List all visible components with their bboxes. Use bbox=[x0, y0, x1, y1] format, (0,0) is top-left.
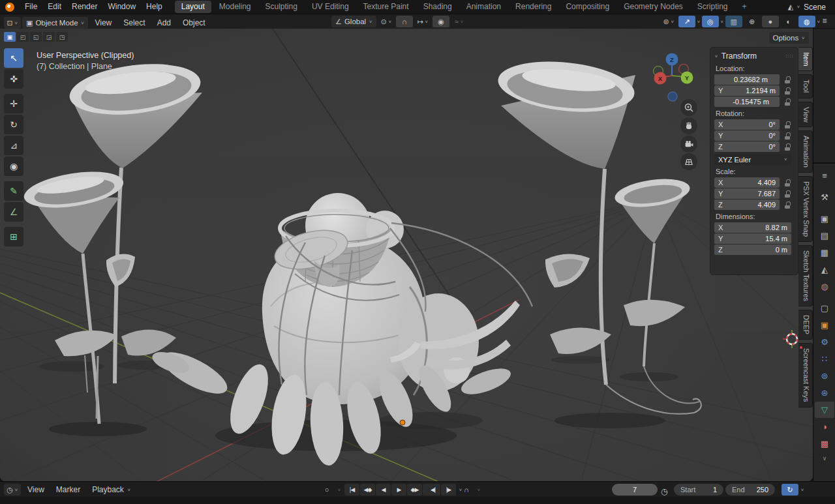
menu-help[interactable]: Help bbox=[141, 0, 168, 14]
tool-add-cube[interactable]: ⊞ bbox=[4, 227, 23, 246]
menu-edit[interactable]: Edit bbox=[42, 0, 67, 14]
tab-modeling[interactable]: Modeling bbox=[213, 1, 258, 13]
sidebar-tab-item[interactable]: Item bbox=[798, 47, 813, 71]
proportional-edit-toggle[interactable]: ◉ bbox=[433, 16, 449, 27]
sidebar-tab-psx-vertex-snap[interactable]: PSX Vertex Snap bbox=[798, 176, 813, 242]
pivot-point-dropdown[interactable]: ⊙ ∨ bbox=[378, 16, 395, 27]
orthographic-toggle-button[interactable] bbox=[680, 153, 697, 170]
chevron-down-icon[interactable]: ∨ bbox=[823, 455, 827, 462]
location-x-field[interactable]: 0.23682 m bbox=[714, 74, 780, 85]
tab-uv-editing[interactable]: UV Editing bbox=[305, 1, 356, 13]
lock-icon[interactable] bbox=[785, 190, 791, 198]
location-y-field[interactable]: Y1.2194 m bbox=[714, 85, 780, 96]
timeline-menu-marker[interactable]: Marker bbox=[51, 484, 85, 496]
use-preview-range-button[interactable]: ◷ bbox=[661, 485, 667, 497]
properties-tab-render[interactable]: ▣ bbox=[815, 211, 834, 227]
menu-window[interactable]: Window bbox=[102, 0, 141, 14]
tab-layout[interactable]: Layout bbox=[175, 1, 211, 13]
properties-tab-object-data[interactable]: ▽ bbox=[815, 402, 834, 418]
chevron-down-icon[interactable]: ∨ bbox=[817, 20, 821, 24]
tool-scale[interactable]: ⊿ bbox=[4, 136, 23, 155]
rotation-y-field[interactable]: Y0° bbox=[714, 130, 780, 141]
properties-tab-modifiers[interactable]: ⚙ bbox=[815, 334, 834, 350]
menu-add[interactable]: Add bbox=[152, 16, 176, 30]
editor-type-button[interactable]: ⊡ ∨ bbox=[4, 17, 21, 29]
menu-render[interactable]: Render bbox=[67, 0, 102, 14]
tab-sculpting[interactable]: Sculpting bbox=[259, 1, 304, 13]
menu-view[interactable]: View bbox=[89, 16, 117, 30]
auto-keying-toggle[interactable]: ∩ bbox=[458, 484, 475, 496]
start-frame-field[interactable]: Start 1 bbox=[674, 484, 723, 496]
select-mode-subtract-icon[interactable]: ◱ bbox=[30, 32, 42, 42]
shading-material-button[interactable]: ◐ bbox=[780, 16, 797, 27]
lock-icon[interactable] bbox=[785, 132, 791, 140]
select-mode-intersect-icon[interactable]: ◳ bbox=[56, 32, 68, 42]
rotation-z-field[interactable]: Z0° bbox=[714, 141, 780, 152]
sidebar-tab-sketch-textures[interactable]: Sketch Textures bbox=[798, 245, 813, 306]
lock-icon[interactable] bbox=[785, 98, 791, 106]
scene-selector[interactable]: ◭ ∨ Scene bbox=[788, 3, 835, 12]
panel-collapse-icon[interactable]: ∨ bbox=[714, 54, 718, 59]
next-keyframe-button[interactable]: ◆▶ bbox=[407, 484, 422, 496]
timeline-editor-type-button[interactable]: ◷ ∨ bbox=[4, 484, 21, 496]
scale-z-field[interactable]: Z4.409 bbox=[714, 200, 780, 210]
transform-orientation-dropdown[interactable]: ∠ Global ∨ bbox=[331, 16, 376, 27]
tab-rendering[interactable]: Rendering bbox=[509, 1, 558, 13]
tool-measure[interactable]: ∠ bbox=[4, 202, 23, 222]
properties-tab-view-layer[interactable]: ▦ bbox=[815, 245, 834, 261]
gizmos-toggle[interactable]: ↗ bbox=[678, 16, 695, 27]
falloff-dropdown[interactable]: ≈ ∨ bbox=[451, 16, 468, 27]
record-button[interactable]: ○ bbox=[318, 484, 335, 496]
shading-wireframe-button[interactable]: ⊕ bbox=[744, 16, 761, 27]
sidebar-tab-tool[interactable]: Tool bbox=[798, 74, 813, 98]
tool-select-box[interactable]: ↖ bbox=[4, 48, 23, 68]
scale-y-field[interactable]: Y7.687 bbox=[714, 188, 780, 199]
tool-transform[interactable]: ◉ bbox=[4, 156, 23, 176]
properties-tab-tool[interactable]: ⚒ bbox=[815, 189, 834, 205]
properties-tab-scene[interactable]: ◭ bbox=[815, 261, 834, 278]
snap-toggle[interactable]: ∩ bbox=[396, 16, 413, 27]
timeline-sync-toggle[interactable]: ↻ bbox=[782, 484, 798, 496]
tool-annotate[interactable]: ✎ bbox=[4, 181, 23, 201]
chevron-down-icon[interactable]: ∨ bbox=[477, 488, 481, 492]
blender-logo-icon[interactable] bbox=[5, 3, 14, 12]
tab-animation[interactable]: Animation bbox=[460, 1, 508, 13]
tab-scripting[interactable]: Scripting bbox=[691, 1, 735, 13]
properties-tab-editor-type[interactable]: ≡ bbox=[815, 168, 834, 184]
pan-button[interactable] bbox=[680, 117, 697, 134]
outliner-body[interactable] bbox=[813, 29, 835, 164]
properties-tab-material[interactable]: ◑ bbox=[815, 419, 834, 435]
tool-cursor[interactable]: ✜ bbox=[4, 69, 23, 89]
frame-forward-button[interactable]: |▶ bbox=[441, 484, 456, 496]
add-workspace-button[interactable]: + bbox=[736, 1, 753, 13]
sidebar-tab-animation[interactable]: Animation bbox=[798, 130, 813, 173]
chevron-down-icon[interactable]: ∨ bbox=[337, 488, 341, 492]
select-mode-extend-icon[interactable]: ◰ bbox=[17, 32, 29, 42]
lock-icon[interactable] bbox=[785, 179, 791, 186]
snap-target-dropdown[interactable]: ↦ ∨ bbox=[414, 16, 431, 27]
play-reverse-button[interactable]: ◀ bbox=[376, 484, 391, 496]
properties-tab-physics[interactable]: ⊚ bbox=[815, 368, 834, 384]
properties-tab-texture[interactable]: ▩ bbox=[815, 436, 834, 452]
gizmo-neg-z-axis[interactable] bbox=[668, 92, 677, 101]
dimensions-x-field[interactable]: X8.82 m bbox=[714, 222, 791, 233]
tool-rotate[interactable]: ↻ bbox=[4, 115, 23, 134]
sidebar-tab-view[interactable]: View bbox=[798, 102, 813, 128]
play-button[interactable]: ▶ bbox=[391, 484, 406, 496]
prev-keyframe-button[interactable]: ◀◆ bbox=[360, 484, 375, 496]
sidebar-tab-screencast-keys[interactable]: Screencast Keys bbox=[798, 343, 813, 408]
properties-tab-collection[interactable]: ▢ bbox=[815, 300, 834, 316]
tool-move[interactable]: ✛ bbox=[4, 94, 23, 113]
lock-icon[interactable] bbox=[785, 121, 791, 128]
timeline-menu-view[interactable]: View bbox=[22, 484, 50, 496]
visibility-dropdown[interactable]: ⊚ ∨ bbox=[660, 16, 677, 27]
rotation-mode-dropdown[interactable]: XYZ Euler∨ bbox=[714, 154, 791, 165]
overlays-toggle[interactable]: ◎ bbox=[702, 16, 719, 27]
xray-toggle[interactable]: ▥ bbox=[725, 16, 742, 27]
mode-dropdown[interactable]: ▣ Object Mode ∨ bbox=[22, 17, 88, 29]
menu-select[interactable]: Select bbox=[118, 16, 150, 30]
frame-back-button[interactable]: ◀| bbox=[425, 484, 440, 496]
gizmo-y-axis[interactable]: Y bbox=[681, 72, 693, 84]
lock-icon[interactable] bbox=[785, 201, 791, 209]
panel-grip-icon[interactable]: ∷∷ bbox=[786, 53, 794, 59]
